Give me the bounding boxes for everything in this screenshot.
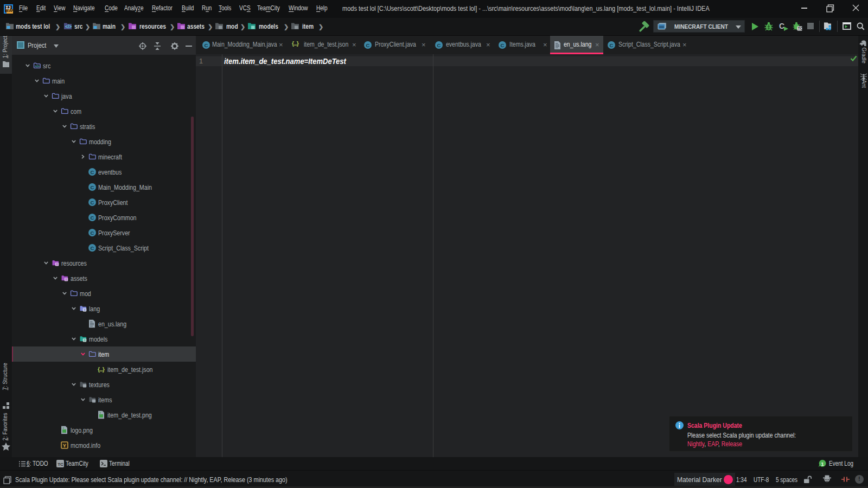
svg-text:</>: </> (65, 24, 72, 29)
svg-text:C: C (90, 200, 94, 206)
svg-text:C: C (90, 184, 94, 190)
svg-text:C: C (90, 230, 94, 236)
svg-text:C: C (204, 42, 208, 48)
svg-text:C: C (609, 42, 613, 48)
svg-text:C: C (437, 42, 441, 48)
svg-text:C: C (90, 215, 94, 221)
svg-text:C: C (90, 169, 94, 175)
svg-text:C: C (90, 245, 94, 251)
svg-text:</>: </> (35, 65, 40, 68)
svg-text:C: C (500, 42, 504, 48)
svg-text:TC: TC (58, 462, 63, 467)
svg-text:1: 1 (821, 461, 824, 467)
svg-text:TC: TC (798, 27, 802, 30)
svg-text:Y: Y (63, 442, 67, 448)
svg-text:C: C (779, 22, 784, 30)
svg-text:C: C (366, 42, 369, 48)
